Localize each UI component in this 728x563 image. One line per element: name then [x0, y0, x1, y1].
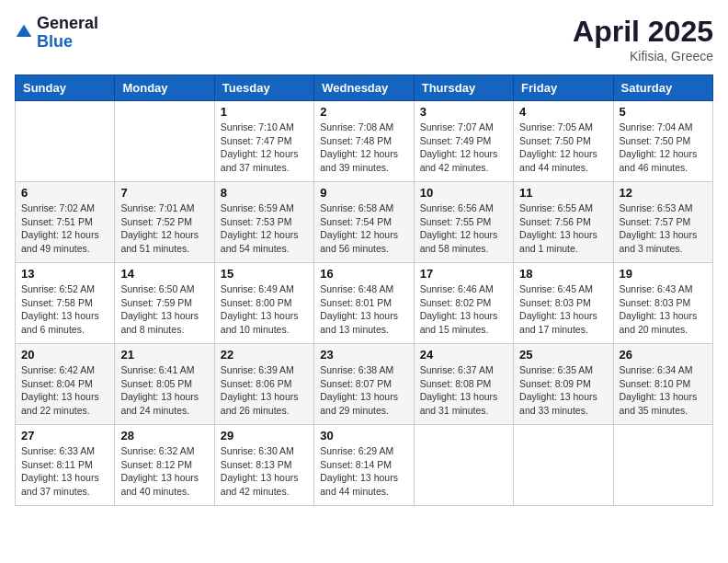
day-detail: Sunrise: 6:49 AMSunset: 8:00 PMDaylight:…: [221, 282, 308, 337]
logo-blue: Blue: [37, 33, 98, 52]
day-number: 13: [21, 267, 108, 281]
col-wednesday: Wednesday: [314, 75, 414, 101]
col-friday: Friday: [514, 75, 613, 101]
day-detail: Sunrise: 6:43 AMSunset: 8:03 PMDaylight:…: [620, 282, 707, 337]
col-tuesday: Tuesday: [214, 75, 313, 101]
day-detail: Sunrise: 7:01 AMSunset: 7:52 PMDaylight:…: [120, 201, 208, 256]
cell-w3-d7: 19Sunrise: 6:43 AMSunset: 8:03 PMDayligh…: [613, 263, 712, 344]
day-detail: Sunrise: 6:29 AMSunset: 8:14 PMDaylight:…: [320, 444, 407, 499]
week-row-2: 6Sunrise: 7:02 AMSunset: 7:51 PMDaylight…: [16, 182, 713, 263]
day-detail: Sunrise: 6:46 AMSunset: 8:02 PMDaylight:…: [420, 282, 507, 337]
day-number: 9: [320, 186, 407, 200]
cell-w1-d7: 5Sunrise: 7:04 AMSunset: 7:50 PMDaylight…: [613, 101, 712, 182]
day-number: 19: [620, 267, 707, 281]
day-detail: Sunrise: 6:52 AMSunset: 7:58 PMDaylight:…: [21, 282, 108, 337]
cell-w3-d5: 17Sunrise: 6:46 AMSunset: 8:02 PMDayligh…: [414, 263, 513, 344]
day-detail: Sunrise: 6:53 AMSunset: 7:57 PMDaylight:…: [620, 201, 707, 256]
logo: General Blue: [15, 15, 98, 52]
day-number: 4: [519, 105, 607, 119]
cell-w1-d5: 3Sunrise: 7:07 AMSunset: 7:49 PMDaylight…: [414, 101, 513, 182]
day-detail: Sunrise: 6:56 AMSunset: 7:55 PMDaylight:…: [420, 201, 507, 256]
day-number: 22: [221, 348, 308, 362]
cell-w3-d2: 14Sunrise: 6:50 AMSunset: 7:59 PMDayligh…: [115, 263, 214, 344]
cell-w1-d2: [115, 101, 214, 182]
day-detail: Sunrise: 6:59 AMSunset: 7:53 PMDaylight:…: [221, 201, 308, 256]
day-detail: Sunrise: 7:08 AMSunset: 7:48 PMDaylight:…: [320, 121, 407, 175]
month-title: April 2025: [573, 15, 713, 49]
day-detail: Sunrise: 6:58 AMSunset: 7:54 PMDaylight:…: [320, 201, 407, 256]
cell-w4-d6: 25Sunrise: 6:35 AMSunset: 8:09 PMDayligh…: [514, 344, 613, 425]
col-monday: Monday: [115, 75, 214, 101]
day-number: 20: [21, 348, 108, 362]
cell-w3-d3: 15Sunrise: 6:49 AMSunset: 8:00 PMDayligh…: [214, 263, 313, 344]
logo-icon: [15, 23, 33, 41]
day-detail: Sunrise: 6:34 AMSunset: 8:10 PMDaylight:…: [620, 363, 707, 418]
calendar-header-row: Sunday Monday Tuesday Wednesday Thursday…: [16, 75, 713, 101]
day-number: 29: [221, 429, 308, 442]
cell-w5-d2: 28Sunrise: 6:32 AMSunset: 8:12 PMDayligh…: [115, 425, 214, 506]
cell-w2-d3: 8Sunrise: 6:59 AMSunset: 7:53 PMDaylight…: [214, 182, 313, 263]
cell-w3-d6: 18Sunrise: 6:45 AMSunset: 8:03 PMDayligh…: [514, 263, 613, 344]
day-number: 6: [21, 186, 108, 200]
day-number: 26: [620, 348, 707, 362]
day-detail: Sunrise: 7:05 AMSunset: 7:50 PMDaylight:…: [519, 121, 607, 175]
day-number: 28: [120, 429, 208, 442]
day-number: 15: [221, 267, 308, 281]
cell-w2-d4: 9Sunrise: 6:58 AMSunset: 7:54 PMDaylight…: [314, 182, 414, 263]
cell-w2-d5: 10Sunrise: 6:56 AMSunset: 7:55 PMDayligh…: [414, 182, 513, 263]
day-detail: Sunrise: 7:04 AMSunset: 7:50 PMDaylight:…: [620, 121, 707, 175]
cell-w2-d6: 11Sunrise: 6:55 AMSunset: 7:56 PMDayligh…: [514, 182, 613, 263]
day-number: 27: [21, 429, 108, 442]
day-number: 1: [221, 105, 308, 119]
day-number: 11: [519, 186, 607, 200]
cell-w4-d2: 21Sunrise: 6:41 AMSunset: 8:05 PMDayligh…: [115, 344, 214, 425]
cell-w2-d1: 6Sunrise: 7:02 AMSunset: 7:51 PMDaylight…: [16, 182, 115, 263]
cell-w3-d1: 13Sunrise: 6:52 AMSunset: 7:58 PMDayligh…: [16, 263, 115, 344]
cell-w1-d6: 4Sunrise: 7:05 AMSunset: 7:50 PMDaylight…: [514, 101, 613, 182]
cell-w4-d4: 23Sunrise: 6:38 AMSunset: 8:07 PMDayligh…: [314, 344, 414, 425]
day-number: 3: [420, 105, 507, 119]
day-number: 30: [320, 429, 407, 442]
day-detail: Sunrise: 6:33 AMSunset: 8:11 PMDaylight:…: [21, 444, 108, 499]
day-number: 10: [420, 186, 507, 200]
day-detail: Sunrise: 6:38 AMSunset: 8:07 PMDaylight:…: [320, 363, 407, 418]
col-sunday: Sunday: [16, 75, 115, 101]
day-detail: Sunrise: 7:02 AMSunset: 7:51 PMDaylight:…: [21, 201, 108, 256]
day-number: 25: [519, 348, 607, 362]
cell-w5-d4: 30Sunrise: 6:29 AMSunset: 8:14 PMDayligh…: [314, 425, 414, 506]
day-number: 5: [620, 105, 707, 119]
day-number: 2: [320, 105, 407, 119]
day-number: 7: [120, 186, 208, 200]
cell-w5-d5: [414, 425, 513, 506]
page-header: General Blue April 2025 Kifisia, Greece: [15, 15, 713, 63]
day-number: 14: [120, 267, 208, 281]
week-row-3: 13Sunrise: 6:52 AMSunset: 7:58 PMDayligh…: [16, 263, 713, 344]
day-number: 23: [320, 348, 407, 362]
calendar-table: Sunday Monday Tuesday Wednesday Thursday…: [15, 75, 713, 506]
cell-w3-d4: 16Sunrise: 6:48 AMSunset: 8:01 PMDayligh…: [314, 263, 414, 344]
cell-w1-d3: 1Sunrise: 7:10 AMSunset: 7:47 PMDaylight…: [214, 101, 313, 182]
day-detail: Sunrise: 6:30 AMSunset: 8:13 PMDaylight:…: [221, 444, 308, 499]
week-row-4: 20Sunrise: 6:42 AMSunset: 8:04 PMDayligh…: [16, 344, 713, 425]
logo-general: General: [37, 15, 98, 33]
day-detail: Sunrise: 6:45 AMSunset: 8:03 PMDaylight:…: [519, 282, 607, 337]
day-detail: Sunrise: 6:37 AMSunset: 8:08 PMDaylight:…: [420, 363, 507, 418]
cell-w1-d4: 2Sunrise: 7:08 AMSunset: 7:48 PMDaylight…: [314, 101, 414, 182]
logo-text: General Blue: [37, 15, 98, 52]
day-detail: Sunrise: 6:50 AMSunset: 7:59 PMDaylight:…: [120, 282, 208, 337]
col-saturday: Saturday: [613, 75, 712, 101]
day-detail: Sunrise: 6:48 AMSunset: 8:01 PMDaylight:…: [320, 282, 407, 337]
cell-w4-d5: 24Sunrise: 6:37 AMSunset: 8:08 PMDayligh…: [414, 344, 513, 425]
cell-w5-d6: [514, 425, 613, 506]
day-number: 12: [620, 186, 707, 200]
day-detail: Sunrise: 6:32 AMSunset: 8:12 PMDaylight:…: [120, 444, 208, 499]
cell-w4-d7: 26Sunrise: 6:34 AMSunset: 8:10 PMDayligh…: [613, 344, 712, 425]
svg-marker-0: [17, 24, 32, 36]
location: Kifisia, Greece: [573, 49, 713, 63]
cell-w5-d1: 27Sunrise: 6:33 AMSunset: 8:11 PMDayligh…: [16, 425, 115, 506]
day-number: 24: [420, 348, 507, 362]
day-detail: Sunrise: 6:39 AMSunset: 8:06 PMDaylight:…: [221, 363, 308, 418]
day-number: 21: [120, 348, 208, 362]
day-number: 18: [519, 267, 607, 281]
col-thursday: Thursday: [414, 75, 513, 101]
